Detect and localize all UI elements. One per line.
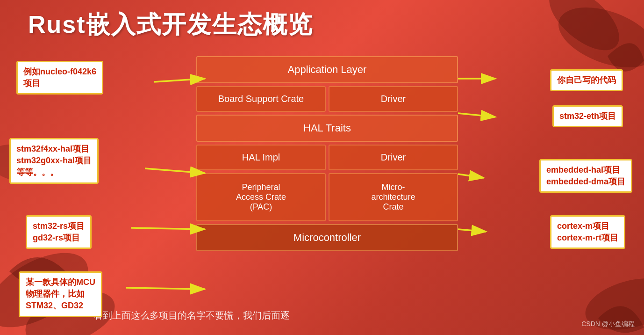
svg-line-10: [126, 288, 205, 289]
label-mcu: 某一款具体的MCU 物理器件，比如 STM32、GD32: [19, 271, 102, 317]
hal-impl: HAL Impl: [196, 145, 326, 170]
label-nucleo: 例如nucleo-f042k6 项目: [16, 61, 103, 95]
bsc-driver-row: Board Support Crate Driver: [196, 86, 458, 112]
label-stm32rs: stm32-rs项目 gd32-rs项目: [26, 215, 92, 249]
architecture-diagram: Application Layer Board Support Crate Dr…: [196, 56, 458, 251]
label-niji-code: 你自己写的代码: [550, 69, 623, 91]
svg-line-8: [145, 168, 205, 173]
label-stm32f4: stm32f4xx-hal项目 stm32g0xx-hal项目 等等。。。: [9, 138, 99, 184]
hal-impl-driver-row: HAL Impl Driver: [196, 145, 458, 170]
svg-line-14: [458, 229, 486, 232]
driver-2: Driver: [329, 145, 458, 170]
page-title: Rust嵌入式开发生态概览: [28, 8, 313, 41]
pac-micro-row: Peripheral Access Crate (PAC) Micro- arc…: [196, 173, 458, 221]
attribution: CSDN @小鱼编程: [581, 320, 635, 328]
svg-point-2: [551, 0, 644, 79]
microcontroller: Microcontroller: [196, 224, 458, 251]
app-layer: Application Layer: [196, 56, 458, 83]
label-cortex: cortex-m项目 cortex-m-rt项目: [550, 215, 625, 249]
svg-line-12: [458, 113, 495, 117]
svg-line-13: [458, 174, 484, 178]
pac: Peripheral Access Crate (PAC): [196, 173, 326, 221]
bottom-text: 看到上面这么多项目的名字不要慌，我们后面逐: [93, 309, 290, 322]
svg-point-3: [538, 0, 630, 62]
label-stm32eth: stm32-eth项目: [552, 105, 623, 127]
board-support-crate: Board Support Crate: [196, 86, 326, 112]
hal-traits: HAL Traits: [196, 115, 458, 142]
microarchitecture-crate: Micro- architecture Crate: [329, 173, 458, 221]
svg-line-9: [131, 228, 205, 229]
driver-1: Driver: [329, 86, 458, 112]
label-embedded-hal: embedded-hal项目 embedded-dma项目: [539, 159, 632, 193]
